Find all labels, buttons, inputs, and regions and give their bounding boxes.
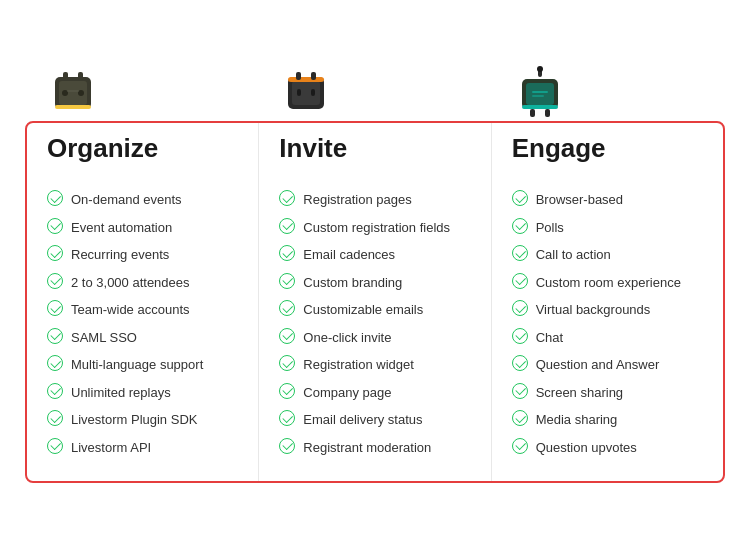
svg-rect-18 — [526, 83, 554, 105]
feature-text: Custom room experience — [536, 273, 681, 293]
list-item: Unlimited replays — [47, 379, 238, 407]
organize-feature-list: On-demand events Event automation Recurr… — [47, 178, 238, 461]
check-icon — [512, 245, 528, 261]
list-item: Email cadences — [279, 241, 470, 269]
feature-text: Virtual backgrounds — [536, 300, 651, 320]
feature-text: Event automation — [71, 218, 172, 238]
list-item: 2 to 3,000 attendees — [47, 269, 238, 297]
svg-rect-11 — [296, 72, 301, 80]
check-icon — [279, 273, 295, 289]
list-item: Company page — [279, 379, 470, 407]
check-icon — [279, 410, 295, 426]
check-icon — [512, 300, 528, 316]
check-icon — [47, 300, 63, 316]
list-item: Media sharing — [512, 406, 703, 434]
check-icon — [512, 355, 528, 371]
list-item: One-click invite — [279, 324, 470, 352]
svg-rect-4 — [78, 72, 83, 80]
feature-text: Email delivery status — [303, 410, 422, 430]
svg-rect-19 — [522, 105, 558, 109]
feature-text: Screen sharing — [536, 383, 623, 403]
feature-text: Custom registration fields — [303, 218, 450, 238]
feature-text: On-demand events — [71, 190, 182, 210]
features-container: Organize On-demand events Event automati… — [15, 45, 735, 503]
invite-feature-list: Registration pages Custom registration f… — [279, 178, 470, 461]
check-icon — [279, 300, 295, 316]
invite-icon — [278, 65, 334, 121]
svg-rect-20 — [530, 109, 535, 117]
svg-rect-10 — [288, 77, 324, 82]
check-icon — [279, 355, 295, 371]
svg-rect-21 — [545, 109, 550, 117]
feature-text: Team-wide accounts — [71, 300, 190, 320]
organize-icon-area — [25, 65, 258, 121]
feature-text: Company page — [303, 383, 391, 403]
feature-columns: Organize On-demand events Event automati… — [25, 121, 725, 483]
list-item: SAML SSO — [47, 324, 238, 352]
check-icon — [47, 383, 63, 399]
feature-text: Custom branding — [303, 273, 402, 293]
check-icon — [279, 245, 295, 261]
check-icon — [512, 218, 528, 234]
feature-text: Question and Answer — [536, 355, 660, 375]
list-item: Virtual backgrounds — [512, 296, 703, 324]
feature-text: Unlimited replays — [71, 383, 171, 403]
svg-rect-12 — [311, 72, 316, 80]
feature-text: Email cadences — [303, 245, 395, 265]
list-item: Team-wide accounts — [47, 296, 238, 324]
feature-text: Registration widget — [303, 355, 414, 375]
list-item: Registration widget — [279, 351, 470, 379]
svg-rect-22 — [532, 91, 548, 93]
feature-text: Chat — [536, 328, 563, 348]
feature-text: Livestorm Plugin SDK — [71, 410, 197, 430]
check-icon — [47, 190, 63, 206]
feature-text: Livestorm API — [71, 438, 151, 458]
svg-rect-14 — [311, 89, 315, 96]
check-icon — [512, 190, 528, 206]
feature-text: Browser-based — [536, 190, 623, 210]
svg-rect-9 — [292, 81, 320, 105]
feature-text: Registration pages — [303, 190, 411, 210]
check-icon — [47, 410, 63, 426]
list-item: Livestorm API — [47, 434, 238, 462]
list-item: Polls — [512, 214, 703, 242]
list-item: Recurring events — [47, 241, 238, 269]
check-icon — [279, 383, 295, 399]
list-item: Question upvotes — [512, 434, 703, 462]
organize-title: Organize — [47, 123, 238, 178]
list-item: Registration pages — [279, 186, 470, 214]
check-icon — [512, 383, 528, 399]
list-item: Email delivery status — [279, 406, 470, 434]
list-item: Custom registration fields — [279, 214, 470, 242]
check-icon — [279, 438, 295, 454]
organize-column: Organize On-demand events Event automati… — [27, 123, 258, 481]
feature-text: Customizable emails — [303, 300, 423, 320]
engage-icon — [512, 65, 568, 121]
list-item: Custom branding — [279, 269, 470, 297]
list-item: Multi-language support — [47, 351, 238, 379]
check-icon — [47, 245, 63, 261]
list-item: Browser-based — [512, 186, 703, 214]
feature-text: One-click invite — [303, 328, 391, 348]
list-item: Chat — [512, 324, 703, 352]
check-icon — [47, 218, 63, 234]
feature-text: Polls — [536, 218, 564, 238]
feature-text: Call to action — [536, 245, 611, 265]
engage-column: Engage Browser-based Polls Call to actio… — [491, 123, 723, 481]
engage-title: Engage — [512, 123, 703, 178]
svg-rect-2 — [55, 105, 91, 109]
feature-text: 2 to 3,000 attendees — [71, 273, 190, 293]
feature-text: Multi-language support — [71, 355, 203, 375]
feature-text: Registrant moderation — [303, 438, 431, 458]
engage-icon-area — [492, 65, 725, 121]
check-icon — [512, 328, 528, 344]
check-icon — [512, 410, 528, 426]
check-icon — [47, 273, 63, 289]
list-item: Livestorm Plugin SDK — [47, 406, 238, 434]
invite-title: Invite — [279, 123, 470, 178]
check-icon — [279, 328, 295, 344]
feature-text: Recurring events — [71, 245, 169, 265]
list-item: On-demand events — [47, 186, 238, 214]
list-item: Call to action — [512, 241, 703, 269]
list-item: Customizable emails — [279, 296, 470, 324]
